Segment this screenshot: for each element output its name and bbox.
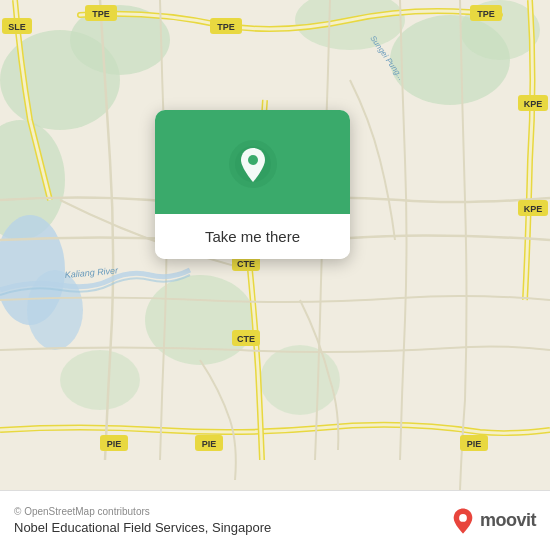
popup-green-section xyxy=(155,110,350,214)
svg-point-8 xyxy=(260,345,340,415)
moovit-logo: moovit xyxy=(449,507,536,535)
svg-text:PIE: PIE xyxy=(467,439,482,449)
svg-text:CTE: CTE xyxy=(237,334,255,344)
svg-point-9 xyxy=(60,350,140,410)
map-attribution: © OpenStreetMap contributors xyxy=(14,506,271,517)
map-container: TPE TPE TPE SLE KPE KPE PIE PIE PIE CTE … xyxy=(0,0,550,490)
svg-text:KPE: KPE xyxy=(524,99,543,109)
svg-text:SLE: SLE xyxy=(8,22,26,32)
svg-text:KPE: KPE xyxy=(524,204,543,214)
svg-text:PIE: PIE xyxy=(107,439,122,449)
svg-point-39 xyxy=(459,514,467,522)
svg-point-38 xyxy=(248,155,258,165)
svg-point-7 xyxy=(145,275,255,365)
moovit-label: moovit xyxy=(480,510,536,531)
popup-card: Take me there xyxy=(155,110,350,259)
svg-text:TPE: TPE xyxy=(217,22,235,32)
take-me-there-button[interactable]: Take me there xyxy=(155,214,350,259)
place-name: Nobel Educational Field Services, Singap… xyxy=(14,520,271,535)
footer-left: © OpenStreetMap contributors Nobel Educa… xyxy=(14,506,271,535)
moovit-pin-icon xyxy=(449,507,477,535)
svg-text:PIE: PIE xyxy=(202,439,217,449)
location-pin-icon xyxy=(227,138,279,190)
svg-text:TPE: TPE xyxy=(477,9,495,19)
footer: © OpenStreetMap contributors Nobel Educa… xyxy=(0,490,550,550)
svg-text:TPE: TPE xyxy=(92,9,110,19)
svg-text:CTE: CTE xyxy=(237,259,255,269)
